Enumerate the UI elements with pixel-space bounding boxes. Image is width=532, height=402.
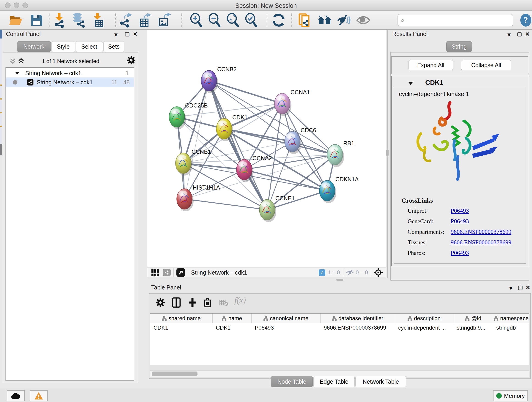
column-type-icon — [465, 316, 469, 321]
column-type-icon — [332, 316, 336, 321]
control-panel-maximize-button[interactable]: ▢ — [125, 31, 130, 37]
table-panel-close-button[interactable]: ✕ — [526, 285, 530, 290]
crosslink-label: GeneCard: — [408, 218, 433, 225]
section-collapse-triangle-icon[interactable] — [408, 81, 413, 85]
results-panel-maximize-button[interactable]: ▢ — [517, 31, 522, 37]
compartments-link[interactable]: 9606.ENSP00000378699 — [451, 229, 511, 235]
import-network-icon — [52, 13, 66, 28]
help-button[interactable]: ? — [520, 13, 532, 27]
export-network-to-file-button[interactable] — [117, 12, 133, 28]
show-panels-button[interactable] — [355, 12, 371, 28]
main-toolbar: ⌕ ? — [0, 11, 532, 30]
export-image-icon — [157, 13, 171, 28]
scrollbar-thumb[interactable] — [152, 371, 197, 376]
current-network-title: String Network – cdk1 — [191, 269, 247, 276]
network-tree: String Network – cdk1 1 String Network –… — [6, 67, 134, 381]
delete-table-button[interactable] — [219, 300, 228, 306]
column-header[interactable]: database identifier — [321, 313, 395, 323]
memory-button[interactable]: Memory — [493, 390, 528, 401]
duplicate-network-button[interactable] — [297, 12, 312, 28]
export-image-button[interactable] — [156, 12, 172, 28]
tab-style[interactable]: Style — [51, 41, 75, 52]
zoom-in-button[interactable] — [188, 12, 204, 28]
open-session-button[interactable] — [8, 12, 24, 28]
double-chevron-down-icon — [9, 57, 16, 65]
import-network-from-database-button[interactable] — [70, 12, 86, 28]
network-canvas[interactable]: CCNB2CCNA1CDC25BCDK1CDC6RB1CCNB1CCNA2CDK… — [147, 30, 386, 267]
tab-edge-table[interactable]: Edge Table — [313, 376, 355, 387]
string-view-button[interactable] — [163, 269, 171, 276]
network-node-ccna2[interactable]: CCNA2 — [236, 155, 272, 182]
tab-sets[interactable]: Sets — [103, 41, 124, 52]
crosslinks-heading: CrossLinks — [402, 197, 433, 204]
birdseye-view-button[interactable] — [177, 268, 185, 277]
save-session-button[interactable] — [29, 12, 44, 28]
table-row[interactable]: CDK1 CDK1 P06493 9606.ENSP00000378699 cy… — [150, 323, 529, 333]
network-node-ccnb2[interactable]: CCNB2 — [201, 66, 237, 93]
cloud-sync-button[interactable] — [7, 390, 25, 401]
network-node-rb1[interactable]: RB1 — [327, 140, 355, 167]
table-options-button[interactable] — [156, 298, 165, 307]
search-input[interactable] — [405, 17, 503, 24]
network-edge[interactable] — [209, 81, 335, 155]
horizontal-splitter-handle[interactable] — [336, 279, 343, 281]
table-panel-maximize-button[interactable]: ▢ — [518, 285, 523, 290]
expand-all-button[interactable]: Expand All — [408, 60, 453, 70]
function-builder-button[interactable]: f(x) — [234, 295, 246, 305]
tab-select[interactable]: Select — [76, 41, 103, 52]
column-header[interactable]: canonical name — [252, 313, 321, 323]
fit-content-button[interactable] — [374, 268, 383, 277]
cell-name: CDK1 — [213, 323, 252, 333]
network-edge[interactable] — [184, 199, 267, 210]
network-edge[interactable] — [184, 81, 209, 199]
network-overview-button[interactable] — [317, 12, 333, 28]
network-node-count: 11 — [111, 79, 117, 86]
expand-all-networks-button[interactable] — [18, 57, 25, 65]
import-network-from-file-button[interactable] — [51, 12, 67, 28]
results-panel-close-button[interactable]: ✕ — [525, 32, 530, 37]
uniprot-link[interactable]: P06493 — [451, 207, 469, 214]
hide-panels-button[interactable] — [336, 12, 352, 28]
results-panel-float-button[interactable]: ▼ — [506, 32, 512, 38]
pharos-link[interactable]: P06493 — [451, 249, 469, 256]
network-node-ccna1[interactable]: CCNA1 — [274, 89, 310, 116]
refresh-button[interactable] — [271, 12, 286, 28]
tab-string[interactable]: String — [446, 41, 472, 52]
network-node-ccne1[interactable]: CCNE1 — [259, 195, 295, 222]
zoom-out-button[interactable] — [207, 12, 222, 28]
column-header[interactable]: namespace — [493, 313, 529, 323]
navbar-separator — [343, 268, 343, 277]
zoom-selected-button[interactable] — [243, 12, 259, 28]
create-column-button[interactable] — [188, 297, 197, 308]
column-header[interactable]: @id — [453, 313, 493, 323]
delete-column-button[interactable] — [203, 297, 212, 308]
warnings-button[interactable] — [30, 390, 48, 401]
column-header[interactable]: shared name — [150, 313, 213, 323]
collapse-all-networks-button[interactable] — [9, 57, 16, 65]
export-table-to-file-button[interactable] — [137, 12, 152, 28]
network-edge[interactable] — [209, 81, 282, 104]
collapse-all-button[interactable]: Collapse All — [461, 60, 511, 70]
column-header[interactable]: description — [395, 313, 453, 323]
network-options-button[interactable] — [127, 56, 136, 65]
vertical-splitter-handle[interactable] — [386, 149, 389, 156]
tab-node-table[interactable]: Node Table — [271, 376, 313, 387]
grid-view-button[interactable] — [152, 269, 159, 276]
table-panel-float-button[interactable]: ▼ — [508, 286, 514, 291]
collapse-triangle-icon[interactable] — [15, 71, 20, 75]
network-node-cdkn1a[interactable]: CDKN1A — [319, 176, 359, 203]
control-panel-float-button[interactable]: ▼ — [113, 32, 119, 38]
control-panel-close-button[interactable]: ✕ — [133, 32, 138, 37]
tab-network-table[interactable]: Network Table — [355, 376, 406, 387]
tab-network[interactable]: Network — [17, 41, 51, 52]
show-columns-button[interactable] — [172, 297, 181, 308]
network-collection-row[interactable]: String Network – cdk1 1 — [6, 69, 134, 77]
tissues-link[interactable]: 9606.ENSP00000378699 — [451, 239, 511, 246]
selected-nodes-checkbox[interactable]: ✓ — [319, 269, 325, 276]
genecard-link[interactable]: P06493 — [451, 218, 469, 225]
column-type-icon — [264, 316, 268, 321]
network-row[interactable]: String Network – cdk1 11 48 — [6, 77, 134, 87]
import-table-from-file-button[interactable] — [90, 12, 106, 28]
column-header[interactable]: name — [213, 313, 252, 323]
zoom-fit-button[interactable] — [225, 12, 241, 28]
